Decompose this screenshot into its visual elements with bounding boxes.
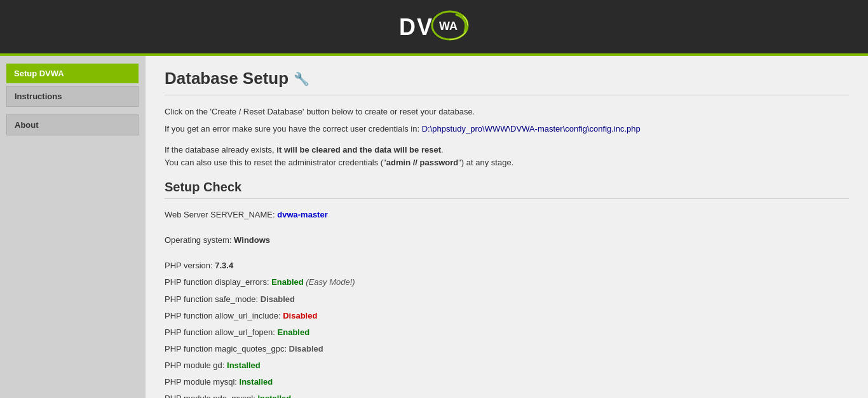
sidebar-item-setup[interactable]: Setup DVWA xyxy=(6,64,139,83)
check-row-5: PHP function allow_url_include: Disabled xyxy=(165,309,849,323)
main-content: Database Setup 🔧 Click on the 'Create / … xyxy=(145,56,868,398)
dvwa-logo-svg: DV WA xyxy=(396,10,472,45)
svg-text:DV: DV xyxy=(399,14,433,40)
page-title: Database Setup 🔧 xyxy=(165,69,849,95)
check-row-3: PHP function display_errors: Enabled (Ea… xyxy=(165,275,849,289)
intro-line2: If you get an error make sure you have t… xyxy=(165,123,849,136)
check-row-9: PHP module mysql: Installed xyxy=(165,375,849,389)
setup-check-title: Setup Check xyxy=(165,180,849,199)
check-row-7: PHP function magic_quotes_gpc: Disabled xyxy=(165,342,849,356)
check-row-4: PHP function safe_mode: Disabled xyxy=(165,292,849,306)
config-path: D:\phpstudy_pro\WWW\DVWA-master\config\c… xyxy=(422,124,641,134)
sidebar-item-about[interactable]: About xyxy=(6,114,139,135)
wrench-icon: 🔧 xyxy=(294,71,309,86)
check-row-6: PHP function allow_url_fopen: Enabled xyxy=(165,326,849,340)
svg-text:WA: WA xyxy=(439,20,458,32)
sidebar-item-instructions[interactable]: Instructions xyxy=(6,86,139,107)
site-header: DV WA xyxy=(0,0,868,56)
admin-credentials: admin // password xyxy=(386,158,458,167)
check-row-2: PHP version: 7.3.4 xyxy=(165,259,849,273)
sidebar: Setup DVWA Instructions About xyxy=(0,56,145,398)
check-row-8: PHP module gd: Installed xyxy=(165,359,849,373)
warning-text: If the database already exists, it will … xyxy=(165,144,849,170)
setup-check-rows: Web Server SERVER_NAME: dvwa-master Oper… xyxy=(165,208,849,398)
check-row-0: Web Server SERVER_NAME: dvwa-master xyxy=(165,208,849,222)
check-row-1: Operating system: Windows xyxy=(165,233,849,247)
check-row-10: PHP module pdo_mysql: Installed xyxy=(165,392,849,398)
dvwa-logo: DV WA xyxy=(396,10,472,45)
intro-line1: Click on the 'Create / Reset Database' b… xyxy=(165,106,849,119)
